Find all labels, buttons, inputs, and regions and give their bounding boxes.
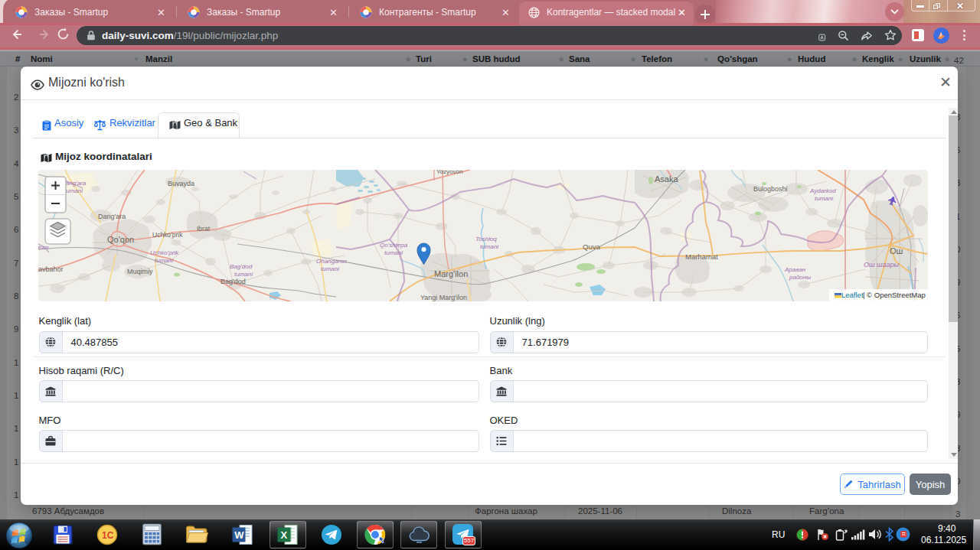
svg-text:1C: 1C: [102, 530, 114, 541]
svg-text:Aydarkod: Aydarkod: [809, 187, 836, 194]
svg-text:Uchko'prik: Uchko'prik: [152, 231, 183, 239]
svg-text:Qo'qon: Qo'qon: [107, 235, 134, 244]
svg-text:Ohangaron: Ohangaron: [316, 258, 348, 265]
svg-text:avbahor: avbahor: [38, 265, 64, 273]
svg-text:Bag'dod: Bag'dod: [220, 278, 246, 285]
svg-text:W: W: [234, 529, 244, 541]
svg-text:Leaflet: Leaflet: [841, 291, 864, 299]
svg-text:Ibrat: Ibrat: [197, 225, 211, 233]
svg-text:| © OpenStreetMap: | © OpenStreetMap: [863, 291, 926, 299]
svg-text:Toshloq: Toshloq: [475, 236, 497, 242]
svg-text:Marhamat: Marhamat: [685, 252, 718, 261]
svg-text:Qo'shtepa: Qo'shtepa: [380, 242, 408, 249]
svg-text:Marg'ilon: Marg'ilon: [434, 269, 468, 278]
svg-text:Uchko'prik: Uchko'prik: [150, 249, 179, 256]
svg-text:Dang'ara: Dang'ara: [98, 213, 126, 220]
svg-text:Ош: Ош: [890, 246, 903, 255]
svg-text:Quva: Quva: [583, 242, 600, 251]
svg-text:tumani: tumani: [64, 187, 83, 194]
svg-text:tumani: tumani: [321, 265, 339, 272]
svg-text:tum: tum: [38, 244, 49, 251]
svg-text:Asaka: Asaka: [655, 174, 678, 184]
svg-text:Yozyovon: Yozyovon: [436, 170, 462, 175]
svg-text:tumani: tumani: [480, 243, 498, 250]
svg-text:tumani: tumani: [155, 257, 173, 264]
svg-text:районы: районы: [789, 274, 811, 281]
svg-text:tumani: tumani: [384, 249, 403, 256]
svg-text:Muqimiy: Muqimiy: [127, 268, 153, 275]
svg-text:Buvayda: Buvayda: [168, 180, 194, 187]
svg-text:X: X: [281, 529, 288, 541]
svg-text:Араван: Араван: [784, 266, 806, 273]
svg-text:Bag'dod: Bag'dod: [230, 263, 253, 270]
svg-text:tumani: tumani: [234, 271, 253, 278]
svg-text:Ош шаары: Ош шаары: [864, 261, 899, 268]
svg-text:tumani: tumani: [815, 195, 833, 202]
svg-text:Yangi Marg'ilon: Yangi Marg'ilon: [420, 294, 467, 301]
svg-text:Bulogboshi: Bulogboshi: [753, 185, 788, 193]
